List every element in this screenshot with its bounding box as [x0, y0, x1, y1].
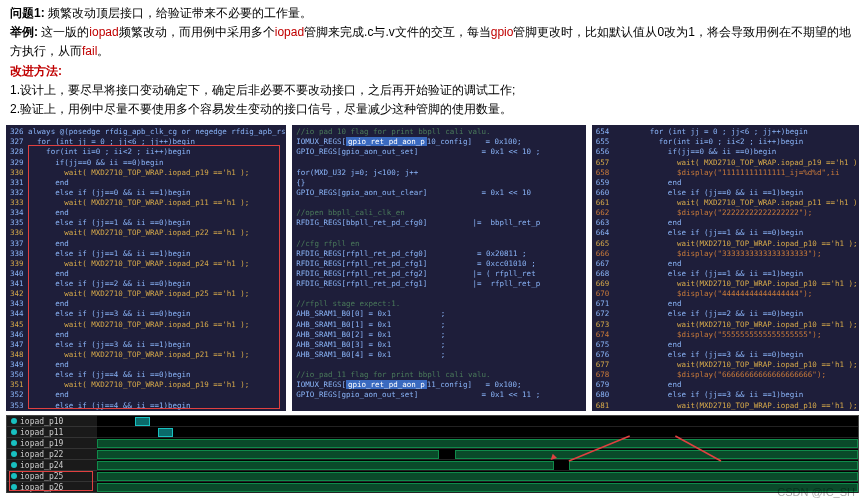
wave-sig-row: iopad_p25	[7, 471, 97, 482]
code-pane-3: 654 for (int jj = 0 ; jj<6 ; jj++)begin …	[592, 125, 859, 411]
wave-sig-row: iopad_p10	[7, 416, 97, 427]
wave-signal-names: iopad_p10 iopad_p11 iopad_p19 iopad_p22 …	[7, 416, 97, 492]
wave-sig-row: iopad_p24	[7, 460, 97, 471]
problem-text: 频繁改动顶层接口，给验证带来不必要的工作量。	[48, 6, 312, 20]
code-screenshot-row: 326 always @(posedge rfdig_apb_clk_cg or…	[0, 125, 865, 415]
example-label: 举例:	[10, 25, 38, 39]
example-line: 举例: 这一版的iopad频繁改动，而用例中采用多个iopad管脚来完成.c与.…	[10, 23, 855, 61]
wave-sig-row: iopad_p26	[7, 482, 97, 493]
improve-item1: 1.设计上，要尽早将接口变动确定下，确定后非必要不要改动接口，之后再开始验证的调…	[10, 81, 855, 100]
code-pane-2: //io pad 10 flag for print bbpll cali va…	[292, 125, 585, 411]
improve-item2: 2.验证上，用例中尽量不要使用多个容易发生变动的接口信号，尽量减少这种管脚的使用…	[10, 100, 855, 119]
problem-label: 问题1:	[10, 6, 45, 20]
code-2-content: //io pad 10 flag for print bbpll cali va…	[296, 127, 581, 411]
waveform-viewer: iopad_p10 iopad_p11 iopad_p19 iopad_p22 …	[6, 415, 859, 493]
wave-sig-row: iopad_p19	[7, 438, 97, 449]
code-1-content: 326 always @(posedge rfdig_apb_clk_cg or…	[10, 127, 282, 411]
improve-block: 改进方法: 1.设计上，要尽早将接口变动确定下，确定后非必要不要改动接口，之后再…	[10, 62, 855, 120]
watermark: CSDN @IC_SH	[777, 486, 855, 498]
problem-line: 问题1: 频繁改动顶层接口，给验证带来不必要的工作量。	[10, 4, 855, 23]
wave-sig-row: iopad_p22	[7, 449, 97, 460]
text-body: 问题1: 频繁改动顶层接口，给验证带来不必要的工作量。 举例: 这一版的iopa…	[0, 0, 865, 125]
wave-sig-row: iopad_p11	[7, 427, 97, 438]
improve-label: 改进方法:	[10, 62, 855, 81]
wave-tracks	[97, 416, 858, 492]
code-pane-1: 326 always @(posedge rfdig_apb_clk_cg or…	[6, 125, 286, 411]
code-3-content: 654 for (int jj = 0 ; jj<6 ; jj++)begin …	[596, 127, 855, 411]
